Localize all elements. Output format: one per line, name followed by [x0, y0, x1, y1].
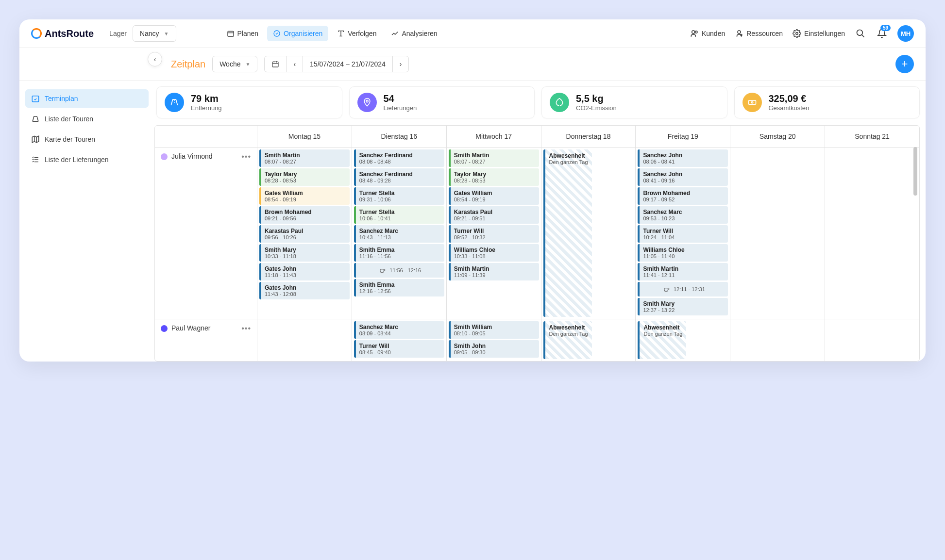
sidebar-item-karte-der-touren[interactable]: Karte der Touren	[25, 130, 149, 148]
delivery-card[interactable]: Taylor Mary08:28 - 08:53	[449, 168, 539, 186]
leaf-icon	[550, 93, 569, 112]
delivery-card[interactable]: Sanchez Ferdinand08:08 - 08:48	[354, 149, 444, 167]
delivery-card[interactable]: Smith Emma12:16 - 12:56	[354, 279, 444, 296]
delivery-card[interactable]: Karastas Paul09:56 - 10:26	[259, 225, 350, 243]
add-button[interactable]: +	[895, 55, 914, 73]
next-week-button[interactable]: ›	[393, 56, 409, 72]
delivery-card[interactable]: Turner Stella10:06 - 10:41	[354, 206, 444, 224]
svg-rect-0	[228, 31, 234, 36]
delivery-card[interactable]: Smith Martin11:41 - 12:11	[638, 263, 728, 280]
day-cell: AbwesenheitDen ganzen Tag	[635, 319, 730, 361]
grid-corner	[155, 126, 257, 147]
delivery-card[interactable]: Sanchez John08:06 - 08:41	[638, 149, 728, 167]
svg-rect-26	[748, 100, 756, 104]
delivery-card[interactable]: Taylor Mary08:28 - 08:53	[259, 168, 350, 186]
employee-more-button[interactable]: •••	[241, 324, 251, 333]
nav-tab-planen[interactable]: Planen	[221, 26, 265, 41]
stat-entfernung: 79 kmEntfernung	[156, 86, 342, 118]
absence-card[interactable]: AbwesenheitDen ganzen Tag	[638, 321, 686, 359]
stat-label: CO2-Emission	[576, 104, 617, 112]
stat-gesamtkosten: 325,09 €Gesamtkosten	[734, 86, 920, 118]
sidebar-item-liste-der-lieferungen[interactable]: Liste der Lieferungen	[25, 150, 149, 169]
employee-more-button[interactable]: •••	[241, 152, 251, 161]
top-link-ressourcen[interactable]: Ressourcen	[735, 29, 783, 38]
delivery-card[interactable]: Smith Martin08:07 - 08:27	[259, 149, 350, 167]
break-card[interactable]: 12:11 - 12:31	[638, 282, 728, 296]
chevron-down-icon: ▼	[164, 31, 169, 36]
day-cell	[825, 319, 919, 361]
day-cell: Smith Martin08:07 - 08:27Taylor Mary08:2…	[446, 148, 541, 319]
employee-cell: Julia Virmond•••	[155, 148, 257, 319]
lager-select[interactable]: Nancy ▼	[133, 25, 176, 42]
day-cell	[730, 148, 825, 319]
svg-line-10	[862, 35, 864, 37]
link-icon	[735, 29, 743, 38]
absence-card[interactable]: AbwesenheitDen ganzen Tag	[543, 321, 592, 359]
delivery-card[interactable]: Brown Mohamed09:17 - 09:52	[638, 187, 728, 205]
delivery-card[interactable]: Turner Will08:45 - 09:40	[354, 340, 444, 358]
road-icon	[165, 93, 184, 112]
route-icon	[31, 115, 40, 123]
delivery-card[interactable]: Sanchez Marc10:43 - 11:13	[354, 225, 444, 243]
delivery-card[interactable]: Smith John09:05 - 09:30	[449, 340, 539, 358]
stat-label: Lieferungen	[384, 104, 417, 112]
view-select[interactable]: Woche ▼	[212, 56, 257, 72]
avatar[interactable]: MH	[897, 25, 914, 42]
delivery-card[interactable]: Sanchez John08:41 - 09:16	[638, 168, 728, 186]
subbar: ‹ Zeitplan Woche ▼ ‹ 15/07/2024 – 21/07/…	[19, 48, 926, 81]
list-icon	[31, 155, 40, 164]
sidebar-item-terminplan[interactable]: Terminplan	[25, 89, 149, 108]
delivery-card[interactable]: Smith Emma11:16 - 11:56	[354, 244, 444, 262]
delivery-card[interactable]: Brown Mohamed09:21 - 09:56	[259, 206, 350, 224]
date-range[interactable]: 15/07/2024 – 21/07/2024	[303, 56, 393, 72]
delivery-card[interactable]: Turner Will09:52 - 10:32	[449, 225, 539, 243]
delivery-card[interactable]: Sanchez Marc08:09 - 08:44	[354, 321, 444, 339]
absence-card[interactable]: AbwesenheitDen ganzen Tag	[543, 149, 592, 317]
notifications-button[interactable]: 59	[876, 28, 888, 39]
svg-point-9	[857, 30, 863, 36]
delivery-card[interactable]: Williams Chloe11:05 - 11:40	[638, 244, 728, 262]
delivery-card[interactable]: Gates William08:54 - 09:19	[449, 187, 539, 205]
day-cell: Sanchez Marc08:09 - 08:44Turner Will08:4…	[352, 319, 446, 361]
svg-rect-11	[272, 62, 278, 67]
delivery-card[interactable]: Williams Chloe10:33 - 11:08	[449, 244, 539, 262]
delivery-card[interactable]: Gates John11:18 - 11:43	[259, 263, 350, 280]
scrollbar[interactable]	[913, 147, 917, 196]
grid-header: Montag 15Dienstag 16Mittwoch 17Donnersta…	[155, 126, 919, 147]
calendar-button[interactable]	[265, 56, 287, 72]
cup-icon	[379, 267, 386, 274]
search-button[interactable]	[855, 28, 866, 39]
content: TerminplanListe der TourenKarte der Tour…	[19, 81, 926, 362]
nav-tab-organisieren[interactable]: Organisieren	[267, 26, 328, 41]
delivery-card[interactable]: Sanchez Marc09:53 - 10:23	[638, 206, 728, 224]
break-card[interactable]: 11:56 - 12:16	[354, 263, 444, 278]
delivery-card[interactable]: Smith Mary12:37 - 13:22	[638, 298, 728, 315]
sidebar-item-liste-der-touren[interactable]: Liste der Touren	[25, 110, 149, 128]
nav-tab-verfolgen[interactable]: Verfolgen	[331, 26, 382, 41]
day-cell: Smith Martin08:07 - 08:27Taylor Mary08:2…	[257, 148, 352, 319]
day-header: Samstag 20	[730, 126, 825, 147]
delivery-card[interactable]: Sanchez Ferdinand08:48 - 09:28	[354, 168, 444, 186]
delivery-card[interactable]: Gates John11:43 - 12:08	[259, 282, 350, 299]
svg-point-8	[796, 33, 798, 35]
top-link-einstellungen[interactable]: Einstellungen	[793, 29, 845, 38]
nav-tab-analysieren[interactable]: Analysieren	[385, 26, 443, 41]
prev-week-button[interactable]: ‹	[287, 56, 303, 72]
delivery-card[interactable]: Smith Martin08:07 - 08:27	[449, 149, 539, 167]
delivery-card[interactable]: Smith Martin11:09 - 11:39	[449, 263, 539, 280]
delivery-card[interactable]: Turner Will10:24 - 11:04	[638, 225, 728, 243]
delivery-card[interactable]: Smith Mary10:33 - 11:18	[259, 244, 350, 262]
delivery-card[interactable]: Karastas Paul09:21 - 09:51	[449, 206, 539, 224]
delivery-card[interactable]: Turner Stella09:31 - 10:06	[354, 187, 444, 205]
svg-marker-17	[32, 136, 39, 143]
delivery-card[interactable]: Smith William08:10 - 09:05	[449, 321, 539, 339]
lager-value: Nancy	[140, 30, 159, 37]
top-link-kunden[interactable]: Kunden	[690, 29, 725, 38]
svg-point-5	[695, 31, 697, 33]
svg-point-4	[692, 31, 695, 33]
delivery-card[interactable]: Gates William08:54 - 09:19	[259, 187, 350, 205]
employee-row: Julia Virmond•••Smith Martin08:07 - 08:2…	[155, 147, 919, 319]
collapse-sidebar-button[interactable]: ‹	[148, 52, 162, 66]
main-nav: PlanenOrganisierenVerfolgenAnalysieren	[221, 26, 443, 41]
topbar-right: KundenRessourcenEinstellungen 59 MH	[690, 25, 914, 42]
